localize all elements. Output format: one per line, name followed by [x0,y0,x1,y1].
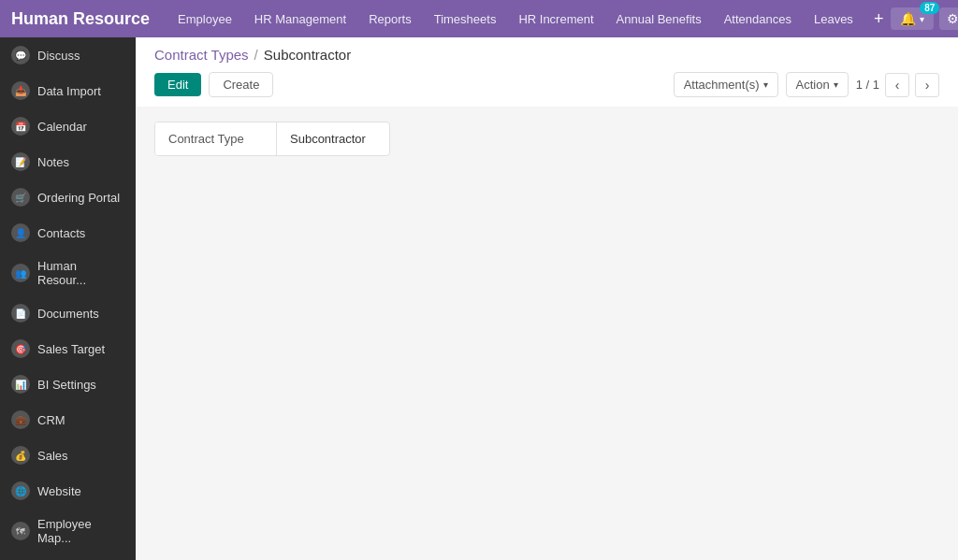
sidebar-item-sales[interactable]: 💰 Sales [0,438,136,473]
breadcrumb-parent[interactable]: Contract Types [154,47,249,63]
bi-settings-icon: 📊 [11,375,30,394]
main-menu: Employee HR Management Reports Timesheet… [168,7,891,31]
content-area: Contract Types / Subcontractor Edit Crea… [136,37,958,560]
nav-annual-benefits[interactable]: Annual Benefits [607,8,711,30]
nav-attendances[interactable]: Attendances [715,8,801,30]
gear-icon: ⚙ [947,11,958,26]
data-import-icon: 📥 [11,81,30,100]
contract-type-value[interactable]: Subcontractor [277,122,389,155]
sidebar-label-calendar: Calendar [37,120,87,134]
sidebar-item-bi-settings[interactable]: 📊 BI Settings [0,366,136,402]
contract-type-label: Contract Type [155,122,277,155]
sidebar-label-ordering-portal: Ordering Portal [37,191,120,205]
sidebar-label-human-resource: Human Resour... [37,259,124,287]
sales-target-icon: 🎯 [11,339,30,358]
sidebar-item-sales-target[interactable]: 🎯 Sales Target [0,331,136,366]
edit-button[interactable]: Edit [154,73,201,96]
sidebar-label-contacts: Contacts [37,226,85,240]
nav-employee[interactable]: Employee [168,8,241,30]
sidebar-item-employee-map[interactable]: 🗺 Employee Map... [0,509,136,553]
contract-type-form-card: Contract Type Subcontractor [154,122,390,156]
attachments-button[interactable]: Attachment(s) ▾ [674,72,778,97]
contacts-icon: 👤 [11,223,30,242]
chevron-right-icon: › [925,78,930,93]
action-button[interactable]: Action ▾ [786,72,849,97]
sidebar-label-sales-target: Sales Target [37,342,105,356]
sidebar-item-discuss[interactable]: 💬 Discuss [0,37,136,73]
sidebar-label-documents: Documents [37,307,99,321]
sidebar-label-data-import: Data Import [37,84,101,98]
chevron-down-icon: ▾ [920,14,924,24]
nav-add-button[interactable]: + [866,7,892,31]
nav-leaves[interactable]: Leaves [805,8,863,30]
sidebar-item-crm[interactable]: 💼 CRM [0,402,136,438]
next-page-button[interactable]: › [915,73,939,97]
sidebar-item-website[interactable]: 🌐 Website [0,473,136,509]
sidebar-label-crm: CRM [37,413,65,427]
calendar-icon: 📅 [11,117,30,136]
nav-reports[interactable]: Reports [359,8,421,30]
sidebar-label-employee-map: Employee Map... [37,517,124,545]
top-navigation: Human Resource Employee HR Management Re… [0,0,958,37]
sidebar-item-notes[interactable]: 📝 Notes [0,144,136,179]
breadcrumb-separator: / [254,47,258,63]
bell-icon: 🔔 [900,11,916,26]
action-chevron-icon: ▾ [834,79,838,90]
sidebar-label-discuss: Discuss [37,49,80,63]
sidebar: 💬 Discuss 📥 Data Import 📅 Calendar 📝 Not… [0,37,136,560]
settings-button[interactable]: ⚙ [939,7,958,30]
notification-badge: 87 [920,2,939,14]
human-resource-icon: 👥 [11,264,30,282]
crm-icon: 💼 [11,410,30,429]
prev-page-button[interactable]: ‹ [885,73,909,97]
chevron-left-icon: ‹ [895,78,900,93]
sidebar-label-bi-settings: BI Settings [37,378,96,392]
notification-button[interactable]: 🔔 ▾ 87 [891,7,934,30]
sidebar-item-human-resource[interactable]: 👥 Human Resour... [0,251,136,295]
notes-icon: 📝 [11,152,30,171]
app-title: Human Resource [11,9,150,29]
page-header: Contract Types / Subcontractor [136,37,958,72]
sidebar-label-sales: Sales [37,449,68,463]
nav-hr-management[interactable]: HR Management [245,8,356,30]
sidebar-item-contacts[interactable]: 👤 Contacts [0,215,136,251]
documents-icon: 📄 [11,304,30,323]
sidebar-label-notes: Notes [37,155,69,169]
breadcrumb-current: Subcontractor [264,47,351,63]
website-icon: 🌐 [11,481,30,500]
sidebar-item-calendar[interactable]: 📅 Calendar [0,108,136,144]
sidebar-item-ordering-portal[interactable]: 🛒 Ordering Portal [0,179,136,215]
main-layout: 💬 Discuss 📥 Data Import 📅 Calendar 📝 Not… [0,37,958,560]
nav-hr-increment[interactable]: HR Increment [509,8,602,30]
ordering-portal-icon: 🛒 [11,188,30,207]
pagination-label: 1 / 1 [856,78,879,92]
attachments-chevron-icon: ▾ [763,79,768,90]
attachments-label: Attachment(s) [684,78,760,92]
sales-icon: 💰 [11,446,30,465]
discuss-icon: 💬 [11,46,30,65]
employee-map-icon: 🗺 [11,522,30,540]
breadcrumb: Contract Types / Subcontractor [154,47,939,63]
sidebar-item-data-import[interactable]: 📥 Data Import [0,73,136,108]
pagination: 1 / 1 ‹ › [856,73,939,97]
top-nav-right: 🔔 ▾ 87 ⚙ [891,7,958,30]
nav-timesheets[interactable]: Timesheets [425,8,506,30]
sidebar-item-documents[interactable]: 📄 Documents [0,295,136,331]
toolbar: Edit Create Attachment(s) ▾ Action ▾ 1 /… [136,72,958,107]
sidebar-label-website: Website [37,484,81,498]
create-button[interactable]: Create [209,72,273,97]
form-content: Contract Type Subcontractor [136,107,958,560]
action-label: Action [796,78,830,92]
sidebar-item-global-search[interactable]: 🔍 Global Search [0,553,136,560]
